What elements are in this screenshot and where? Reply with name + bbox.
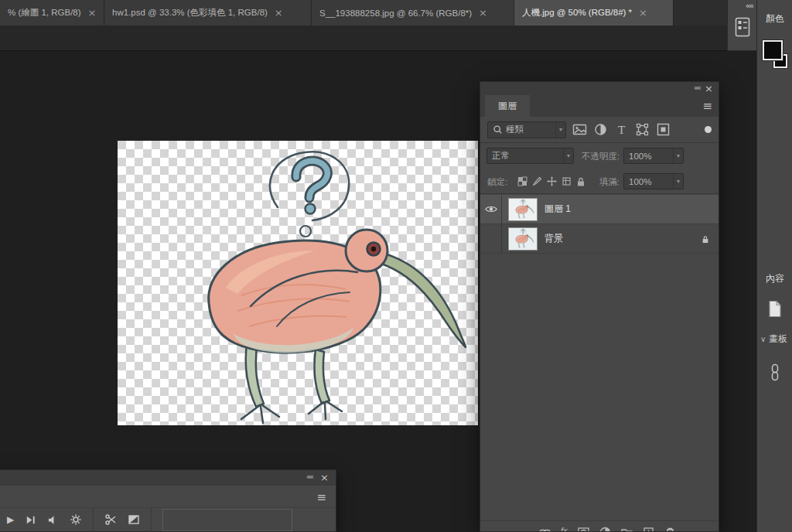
artboard-label: 畫板 bbox=[769, 332, 787, 346]
document-tab-active[interactable]: 人機.jpg @ 50% (RGB/8#) * × bbox=[514, 0, 674, 26]
transition-icon[interactable] bbox=[128, 513, 140, 526]
opacity-select[interactable]: 100% ▾ bbox=[623, 148, 684, 164]
delete-layer-icon[interactable] bbox=[664, 527, 676, 532]
layer-style-icon[interactable]: fx bbox=[561, 527, 568, 532]
layer-name[interactable]: 背景 bbox=[544, 232, 563, 245]
document-canvas[interactable] bbox=[118, 141, 478, 425]
layers-bottom-toolbar: fx bbox=[480, 520, 719, 532]
expand-dock-icon[interactable]: «« bbox=[746, 1, 753, 11]
search-icon bbox=[493, 124, 503, 135]
layers-panel-titlebar: «« × bbox=[480, 82, 719, 95]
settings-gear-icon[interactable] bbox=[70, 513, 82, 526]
chevron-down-icon: ▾ bbox=[673, 174, 683, 189]
lock-row: 鎖定: bbox=[480, 169, 719, 194]
blend-mode-select[interactable]: 正常 ▾ bbox=[486, 148, 574, 164]
panel-menu-icon[interactable]: ≡ bbox=[702, 99, 712, 113]
new-group-icon[interactable] bbox=[621, 527, 633, 532]
filter-shape-layers-icon[interactable] bbox=[635, 122, 650, 137]
layer-row-layer1[interactable]: 圖層 1 bbox=[480, 195, 719, 224]
filter-type-layers-icon[interactable]: T bbox=[614, 122, 629, 137]
document-tab[interactable]: S__193888258.jpg @ 66.7% (RGB/8*) × bbox=[312, 0, 514, 26]
svg-text:T: T bbox=[618, 124, 625, 136]
filter-pixel-layers-icon[interactable] bbox=[572, 122, 587, 137]
layer-thumbnail[interactable] bbox=[509, 199, 537, 220]
lock-position-icon[interactable] bbox=[547, 176, 557, 186]
close-tab-icon[interactable]: × bbox=[639, 8, 647, 18]
artboard-section[interactable]: ∨ 畫板 bbox=[760, 332, 792, 346]
document-tab[interactable]: % (繪圖 1, RGB/8) × bbox=[0, 0, 104, 26]
panel-menu-icon[interactable]: ≡ bbox=[316, 490, 326, 504]
chevron-down-icon: ▾ bbox=[563, 148, 573, 163]
close-tab-icon[interactable]: × bbox=[479, 8, 487, 18]
collapse-panel-icon[interactable]: «« bbox=[306, 472, 312, 481]
visibility-toggle[interactable] bbox=[480, 224, 502, 254]
blend-mode-value: 正常 bbox=[492, 150, 510, 162]
close-tab-icon[interactable]: × bbox=[275, 8, 283, 18]
tab-label: hw1.psd @ 33.3% (色彩填色 1, RGB/8) bbox=[112, 7, 268, 19]
fill-label: 填滿: bbox=[599, 176, 620, 188]
tab-label: 人機.jpg @ 50% (RGB/8#) * bbox=[522, 7, 632, 19]
collapsed-panel-dock: «« bbox=[727, 0, 756, 51]
filter-adjustment-layers-icon[interactable] bbox=[593, 122, 608, 137]
photoshop-window: % (繪圖 1, RGB/8) × hw1.psd @ 33.3% (色彩填色 … bbox=[0, 0, 792, 532]
properties-page-icon[interactable] bbox=[768, 300, 782, 318]
lock-pixels-icon[interactable] bbox=[532, 176, 542, 186]
layer-thumbnail[interactable] bbox=[509, 228, 537, 250]
layer-list: 圖層 1 背景 bbox=[480, 195, 719, 254]
layer-lock-icon bbox=[702, 234, 709, 244]
adjustment-layer-icon[interactable] bbox=[599, 527, 611, 532]
kiwi-bird-drawing bbox=[118, 141, 478, 425]
toolbar-divider bbox=[93, 507, 94, 532]
next-frame-icon[interactable] bbox=[25, 514, 36, 526]
lock-buttons bbox=[517, 176, 585, 187]
audio-icon[interactable] bbox=[47, 514, 59, 526]
close-tab-icon[interactable]: × bbox=[88, 8, 97, 18]
visibility-toggle[interactable] bbox=[480, 195, 502, 224]
blend-mode-row: 正常 ▾ 不透明度: 100% ▾ bbox=[480, 143, 719, 169]
right-dock: 顏色 內容 ∨ 畫板 bbox=[756, 0, 792, 532]
document-tab-bar: % (繪圖 1, RGB/8) × hw1.psd @ 33.3% (色彩填色 … bbox=[0, 0, 727, 26]
filter-smart-objects-icon[interactable] bbox=[656, 122, 671, 137]
chevron-down-icon: ▾ bbox=[555, 122, 565, 138]
link-icon[interactable] bbox=[770, 363, 780, 381]
layers-panel: «« × 圖層 ≡ 種類 ▾ bbox=[480, 81, 719, 532]
tab-layers[interactable]: 圖層 bbox=[485, 95, 530, 117]
foreground-color-swatch[interactable] bbox=[763, 40, 783, 60]
layer-row-background[interactable]: 背景 bbox=[480, 224, 719, 254]
filter-kind-label: 種類 bbox=[506, 124, 552, 135]
chevron-down-icon: ∨ bbox=[760, 335, 766, 343]
canvas-top-band bbox=[0, 26, 727, 51]
lock-transparency-icon[interactable] bbox=[517, 176, 527, 186]
collapse-panel-icon[interactable]: «« bbox=[694, 84, 700, 92]
lock-all-icon[interactable] bbox=[576, 176, 585, 187]
color-panel-title[interactable]: 顏色 bbox=[757, 12, 792, 26]
scissors-icon[interactable] bbox=[104, 513, 117, 526]
close-panel-icon[interactable]: × bbox=[705, 83, 713, 94]
lock-label: 鎖定: bbox=[487, 176, 507, 188]
layer-filter-row: 種類 ▾ T bbox=[480, 117, 719, 143]
fill-select[interactable]: 100% ▾ bbox=[623, 173, 684, 189]
properties-panel-title[interactable]: 內容 bbox=[757, 272, 792, 285]
layer-name[interactable]: 圖層 1 bbox=[544, 203, 571, 216]
timeline-titlebar: «« × bbox=[0, 470, 336, 486]
new-layer-icon[interactable] bbox=[643, 527, 654, 532]
toolbar-divider bbox=[151, 507, 152, 532]
frame-options-dropdown[interactable] bbox=[162, 509, 292, 531]
layer-mask-icon[interactable] bbox=[578, 527, 589, 532]
chevron-down-icon: ▾ bbox=[673, 148, 683, 163]
tab-label: % (繪圖 1, RGB/8) bbox=[8, 7, 81, 19]
lock-artboard-icon[interactable] bbox=[562, 176, 572, 186]
filter-toggle-icon[interactable] bbox=[705, 126, 712, 133]
link-layers-icon[interactable] bbox=[539, 527, 551, 532]
opacity-label: 不透明度: bbox=[582, 151, 620, 162]
play-icon[interactable]: ▶ bbox=[7, 515, 14, 524]
collapsed-panel-icon[interactable] bbox=[735, 17, 750, 37]
fill-value: 100% bbox=[629, 177, 651, 186]
document-tab[interactable]: hw1.psd @ 33.3% (色彩填色 1, RGB/8) × bbox=[104, 0, 312, 26]
eye-icon bbox=[485, 205, 497, 213]
close-panel-icon[interactable]: × bbox=[320, 472, 329, 483]
filter-kind-select[interactable]: 種類 ▾ bbox=[487, 121, 566, 138]
timeline-panel: «« × ≡ ▶ bbox=[0, 469, 336, 532]
timeline-toolbar: ▶ bbox=[0, 507, 336, 531]
opacity-value: 100% bbox=[629, 152, 651, 161]
